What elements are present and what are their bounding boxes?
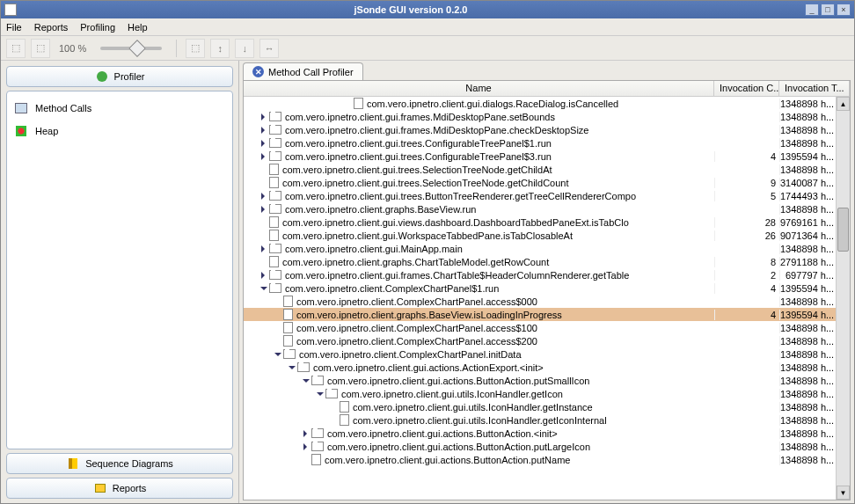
file-icon [283,335,293,347]
node-name: com.vero.ipnetro.client.gui.frames.MdiDe… [285,112,555,122]
collapse-icon[interactable] [288,363,296,371]
expand-icon[interactable] [259,271,267,279]
expand-icon[interactable] [259,139,267,147]
invocation-time: 1395594 h... [779,310,836,320]
column-name[interactable]: Name [244,81,714,96]
sidebar-item-heap[interactable]: Heap [12,120,227,142]
expand-icon[interactable] [259,245,267,252]
tool-button-5[interactable]: ↓ [235,39,254,58]
tool-button-1[interactable]: ⬚ [6,39,26,58]
menu-file[interactable]: File [6,22,22,33]
tree-row[interactable]: com.vero.ipnetro.client.gui.utils.IconHa… [244,413,836,427]
tree-row[interactable]: com.vero.ipnetro.client.ComplexChartPane… [244,347,836,361]
reports-button[interactable]: Reports [6,478,233,499]
invocation-time: 9071364 h... [779,230,836,241]
file-icon [311,454,321,465]
node-name: com.vero.ipnetro.client.gui.actions.Butt… [327,442,590,452]
expand-icon[interactable] [259,205,267,213]
invocation-time: 1348898 h... [779,244,836,254]
tree-row[interactable]: com.vero.ipnetro.client.gui.WorkspaceTab… [244,229,836,242]
file-icon [283,322,293,333]
column-count[interactable]: Invocation C... [714,81,779,96]
expand-icon[interactable] [259,192,267,200]
expand-icon[interactable] [302,429,310,437]
menu-bar: File Reports Profiling Help [1,18,854,36]
scroll-up-button[interactable]: ▲ [837,97,850,111]
invocation-time: 1348898 h... [779,428,836,439]
grid-body[interactable]: com.vero.ipnetro.client.gui.dialogs.Race… [244,97,836,500]
vertical-scrollbar[interactable]: ▲ ▼ [836,97,850,500]
title-bar: ◧ jSonde GUI version 0.2.0 _ □ × [1,1,854,18]
tree-row[interactable]: com.vero.ipnetro.client.graphs.BaseView.… [244,202,836,215]
tree-row[interactable]: com.vero.ipnetro.client.ComplexChartPane… [244,295,836,308]
tool-button-4[interactable]: ↕ [210,39,230,58]
expand-icon[interactable] [302,442,310,450]
tree-row[interactable]: com.vero.ipnetro.client.gui.utils.IconHa… [244,387,836,400]
scroll-track[interactable] [837,111,850,486]
file-icon [354,98,363,109]
maximize-button[interactable]: □ [821,4,835,16]
file-icon [269,230,279,241]
column-time[interactable]: Invocation T... [779,81,850,96]
node-name: com.vero.ipnetro.client.ComplexChartPane… [299,349,522,360]
invocation-time: 1348898 h... [779,164,836,175]
tree-row[interactable]: com.vero.ipnetro.client.ComplexChartPane… [244,321,836,334]
profiler-button[interactable]: Profiler [6,66,233,87]
file-icon [269,216,279,228]
tree-row[interactable]: com.vero.ipnetro.client.ComplexChartPane… [244,334,836,347]
tree-row[interactable]: com.vero.ipnetro.client.gui.actions.Butt… [244,374,836,387]
zoom-slider[interactable] [100,47,162,50]
sequence-diagrams-button[interactable]: Sequence Diagrams [6,453,233,474]
menu-reports[interactable]: Reports [34,22,69,33]
node-name: com.vero.ipnetro.client.gui.actions.Butt… [325,455,570,465]
collapse-icon[interactable] [316,390,324,398]
collapse-icon[interactable] [259,284,267,292]
tree-row[interactable]: com.vero.ipnetro.client.gui.trees.Button… [244,189,836,202]
slider-thumb[interactable] [128,40,146,57]
tree-row[interactable]: com.vero.ipnetro.client.graphs.ChartTabl… [244,255,836,268]
invocation-time: 9769161 h... [779,217,836,228]
menu-profiling[interactable]: Profiling [80,22,115,33]
scroll-thumb[interactable] [837,208,849,252]
tree-row[interactable]: com.vero.ipnetro.client.gui.dialogs.Race… [244,97,836,110]
sidebar-item-method-calls[interactable]: Method Calls [12,97,227,120]
tree-row[interactable]: com.vero.ipnetro.client.graphs.BaseView.… [244,308,836,321]
tab-method-call-profiler[interactable]: ✕ Method Call Profiler [243,62,363,80]
tool-button-2[interactable]: ⬚ [31,39,50,58]
tab-close-icon[interactable]: ✕ [252,66,264,77]
node-name: com.vero.ipnetro.client.gui.trees.Config… [285,138,552,149]
tree-row[interactable]: com.vero.ipnetro.client.gui.views.dashbo… [244,215,836,229]
scroll-down-button[interactable]: ▼ [837,486,850,500]
menu-help[interactable]: Help [128,22,148,33]
tree-row[interactable]: com.vero.ipnetro.client.gui.frames.MdiDe… [244,110,836,123]
tree-row[interactable]: com.vero.ipnetro.client.gui.frames.Chart… [244,268,836,281]
tree-row[interactable]: com.vero.ipnetro.client.ComplexChartPane… [244,281,836,295]
invocation-time: 1348898 h... [779,296,836,307]
expand-icon[interactable] [259,113,267,121]
tree-row[interactable]: com.vero.ipnetro.client.gui.actions.Acti… [244,361,836,374]
collapse-icon[interactable] [302,376,310,384]
tree-row[interactable]: com.vero.ipnetro.client.gui.trees.Config… [244,150,836,163]
tree-row[interactable]: com.vero.ipnetro.client.gui.trees.Select… [244,176,836,189]
minimize-button[interactable]: _ [805,4,819,16]
expand-icon[interactable] [259,152,267,160]
tree-row[interactable]: com.vero.ipnetro.client.gui.MainApp.main… [244,242,836,255]
tree-row[interactable]: com.vero.ipnetro.client.gui.actions.Butt… [244,453,836,466]
tree-row[interactable]: com.vero.ipnetro.client.gui.trees.Select… [244,163,836,176]
tool-button-3[interactable]: ⬚ [186,39,205,58]
grid-header: Name Invocation C... Invocation T... [244,81,850,97]
tree-row[interactable]: com.vero.ipnetro.client.gui.actions.Butt… [244,440,836,453]
tree-row[interactable]: com.vero.ipnetro.client.gui.actions.Butt… [244,427,836,440]
tree-row[interactable]: com.vero.ipnetro.client.gui.utils.IconHa… [244,400,836,413]
sequence-label: Sequence Diagrams [85,458,173,469]
invocation-time: 1744493 h... [779,191,836,201]
invocation-time: 1348898 h... [779,349,836,360]
app-icon: ◧ [4,4,17,16]
invocation-count: 4 [714,151,779,162]
collapse-icon[interactable] [274,350,281,358]
tree-row[interactable]: com.vero.ipnetro.client.gui.trees.Config… [244,136,836,150]
tree-row[interactable]: com.vero.ipnetro.client.gui.frames.MdiDe… [244,123,836,136]
expand-icon[interactable] [259,126,267,134]
close-button[interactable]: × [837,4,851,16]
tool-button-6[interactable]: ↔ [259,39,279,58]
